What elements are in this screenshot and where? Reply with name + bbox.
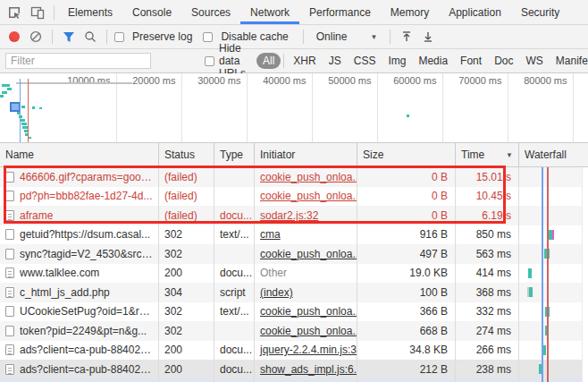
initiator-link[interactable]: cookie_push_onloa...	[260, 325, 357, 337]
cell-waterfall	[519, 167, 588, 187]
initiator-link[interactable]: cma	[260, 228, 281, 241]
filter-input[interactable]	[5, 53, 151, 69]
cell-size: 200 B	[357, 379, 456, 382]
cell-size: 497 B	[357, 244, 456, 264]
hide-data-urls-checkbox[interactable]	[205, 56, 214, 66]
filter-type-font[interactable]: Font	[454, 53, 488, 69]
filter-type-media[interactable]: Media	[412, 53, 454, 69]
tab-console[interactable]: Console	[122, 0, 181, 24]
initiator-link[interactable]: show_ads_impl.js:6...	[260, 363, 357, 376]
tab-memory[interactable]: Memory	[381, 0, 439, 24]
column-header-type[interactable]: Type	[214, 143, 255, 166]
initiator-link[interactable]: sodar2.js:32	[260, 209, 318, 222]
device-toolbar-icon[interactable]	[29, 4, 46, 21]
load-line	[547, 167, 549, 382]
cell-time: 563 ms	[456, 244, 519, 264]
overview-request-bar	[29, 137, 31, 139]
cell-status: 200	[159, 341, 214, 361]
timeline-tick-label: 20000 ms	[113, 75, 176, 86]
cell-initiator: show_ads_impl.js:6...	[255, 360, 357, 379]
column-header-initiator[interactable]: Initiator	[255, 143, 357, 166]
preserve-log-label: Preserve log	[132, 30, 192, 43]
table-row[interactable]: token?pid=2249&pt=n&g...302cookie_push_o…	[0, 321, 588, 341]
overview-request-bar	[32, 106, 35, 109]
resource-type-filters: AllXHRJSCSSImgMediaFontDocWSManifestOthe…	[256, 53, 588, 69]
filter-type-css[interactable]: CSS	[348, 53, 382, 69]
cell-type: script	[214, 283, 255, 302]
overview-request-bar	[21, 119, 25, 122]
table-row[interactable]: sync?tagid=2-li-00...&oid-9-9200script(i…	[0, 379, 588, 382]
table-row[interactable]: getuid?https://dsum.casal...302text/...c…	[0, 225, 588, 245]
overview-request-bar	[2, 84, 10, 87]
throttling-select[interactable]: Online ▼	[311, 29, 383, 45]
divider	[283, 54, 284, 68]
cell-time: 332 ms	[456, 302, 519, 322]
tab-security[interactable]: Security	[511, 0, 569, 24]
inspect-element-icon[interactable]	[5, 4, 23, 21]
cell-waterfall	[519, 360, 588, 379]
cell-status: (failed)	[159, 206, 214, 225]
table-row[interactable]: c_html_js_add.php304script(index)100 B36…	[0, 283, 588, 302]
cell-initiator: Other	[255, 264, 357, 284]
initiator-link[interactable]: cookie_push_onloa...	[260, 248, 357, 260]
cell-type: script	[214, 379, 255, 382]
table-row[interactable]: aframe(failed)docu...sodar2.js:320 B6.19…	[0, 206, 588, 225]
preserve-log-checkbox[interactable]	[114, 32, 124, 42]
cell-initiator: cookie_push_onloa...	[255, 187, 357, 207]
table-row[interactable]: ads?client=ca-pub-884025...200docu...sho…	[0, 360, 588, 379]
cell-waterfall	[519, 302, 588, 322]
tab-network[interactable]: Network	[240, 0, 299, 24]
initiator-link[interactable]: jquery-2.2.4.min.js:3	[260, 344, 357, 356]
initiator-link[interactable]: cookie_push_onloa...	[260, 171, 357, 183]
table-row[interactable]: ads?client=ca-pub-884025...200docu...jqu…	[0, 341, 588, 361]
table-row[interactable]: sync?tagid=V2_4530&src.v...302cookie_pus…	[0, 244, 588, 264]
cell-size: 34.8 KB	[357, 341, 456, 361]
search-icon[interactable]	[81, 28, 99, 46]
table-row[interactable]: www.talklee.com200docu...Other19.0 KB414…	[0, 264, 588, 284]
tab-elements[interactable]: Elements	[58, 0, 122, 24]
table-row[interactable]: pd?ph=bbb82fae-1d27-4d...(failed)cookie_…	[0, 187, 588, 207]
cell-initiator: (index)	[255, 283, 357, 302]
cell-type: docu...	[214, 264, 255, 284]
tab-performance[interactable]: Performance	[299, 0, 381, 24]
cell-name: aframe	[0, 206, 159, 225]
file-icon	[5, 172, 14, 183]
filter-type-manifest[interactable]: Manifest	[550, 53, 588, 69]
export-har-icon[interactable]	[398, 28, 416, 46]
request-name: UCookieSetPug?oid=1&rd...	[20, 305, 153, 318]
cell-time: 368 ms	[456, 283, 519, 302]
table-row[interactable]: 466606.gif?cparams=goog...(failed)cookie…	[0, 167, 588, 187]
cell-waterfall	[519, 321, 588, 341]
column-header-name[interactable]: Name	[0, 143, 159, 166]
clear-icon[interactable]	[27, 28, 45, 46]
timeline-tick-label: 80000 ms	[505, 75, 567, 86]
table-row[interactable]: UCookieSetPug?oid=1&rd...302text/...cook…	[0, 302, 588, 322]
tab-application[interactable]: Application	[439, 0, 511, 24]
vertical-scrollbar[interactable]	[582, 167, 588, 382]
filter-funnel-icon[interactable]	[60, 28, 78, 46]
filter-type-js[interactable]: JS	[323, 53, 348, 69]
filter-type-img[interactable]: Img	[382, 53, 412, 69]
initiator-link[interactable]: cookie_push_onloa...	[260, 190, 357, 202]
cell-status: 302	[159, 244, 214, 264]
import-har-icon[interactable]	[419, 28, 437, 46]
request-name: token?pid=2249&pt=n&g...	[20, 325, 147, 337]
tab-sources[interactable]: Sources	[181, 0, 240, 24]
column-header-waterfall[interactable]: Waterfall	[519, 143, 588, 166]
filter-type-ws[interactable]: WS	[519, 53, 549, 69]
cell-type: docu...	[214, 360, 255, 379]
initiator-link[interactable]: (index)	[260, 286, 293, 299]
column-header-time[interactable]: Time▼	[456, 143, 519, 166]
filter-type-doc[interactable]: Doc	[488, 53, 519, 69]
cell-name: sync?tagid=V2_4530&src.v...	[0, 244, 159, 264]
network-overview-timeline[interactable]: 10000 ms20000 ms30000 ms40000 ms50000 ms…	[0, 73, 588, 143]
filter-type-all[interactable]: All	[256, 53, 281, 69]
record-icon[interactable]	[5, 28, 23, 46]
disable-cache-checkbox[interactable]	[203, 32, 213, 42]
timeline-tick-label: 50000 ms	[309, 75, 372, 86]
column-header-size[interactable]: Size	[357, 143, 456, 166]
column-header-status[interactable]: Status	[159, 143, 214, 166]
filter-type-xhr[interactable]: XHR	[287, 53, 322, 69]
initiator-link[interactable]: cookie_push_onloa...	[260, 305, 357, 318]
cell-waterfall	[519, 187, 588, 207]
